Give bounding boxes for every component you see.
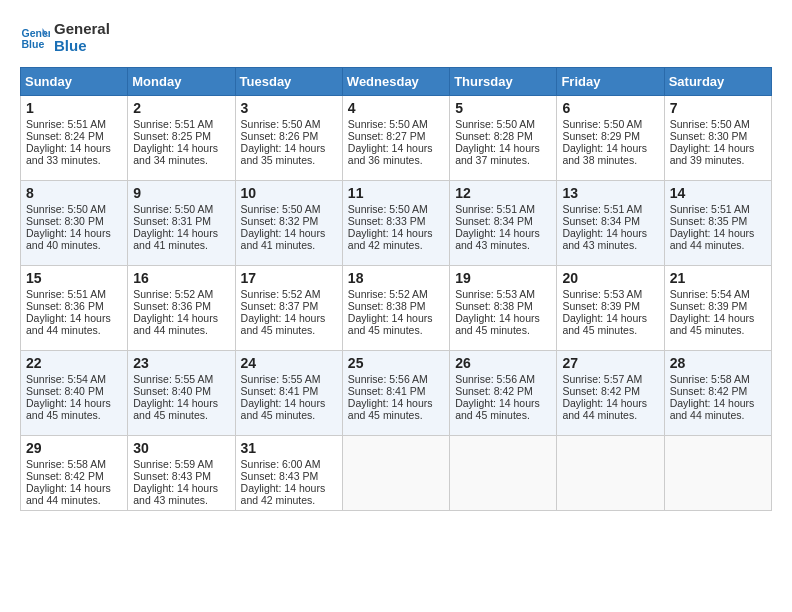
day-header-tuesday: Tuesday (235, 67, 342, 95)
daylight: Daylight: 14 hours and 45 minutes. (348, 397, 433, 421)
daylight: Daylight: 14 hours and 45 minutes. (348, 312, 433, 336)
daylight: Daylight: 14 hours and 44 minutes. (562, 397, 647, 421)
day-number: 13 (562, 185, 658, 201)
sunrise: Sunrise: 5:52 AM (348, 288, 428, 300)
day-number: 16 (133, 270, 229, 286)
calendar-cell: 3Sunrise: 5:50 AMSunset: 8:26 PMDaylight… (235, 95, 342, 180)
sunset: Sunset: 8:29 PM (562, 130, 640, 142)
sunrise: Sunrise: 5:57 AM (562, 373, 642, 385)
sunset: Sunset: 8:41 PM (348, 385, 426, 397)
day-number: 5 (455, 100, 551, 116)
sunset: Sunset: 8:33 PM (348, 215, 426, 227)
calendar-week-2: 8Sunrise: 5:50 AMSunset: 8:30 PMDaylight… (21, 180, 772, 265)
daylight: Daylight: 14 hours and 41 minutes. (241, 227, 326, 251)
sunset: Sunset: 8:42 PM (562, 385, 640, 397)
sunset: Sunset: 8:42 PM (26, 470, 104, 482)
sunset: Sunset: 8:40 PM (26, 385, 104, 397)
calendar-cell (342, 435, 449, 510)
calendar-week-3: 15Sunrise: 5:51 AMSunset: 8:36 PMDayligh… (21, 265, 772, 350)
calendar-cell: 29Sunrise: 5:58 AMSunset: 8:42 PMDayligh… (21, 435, 128, 510)
calendar-cell: 4Sunrise: 5:50 AMSunset: 8:27 PMDaylight… (342, 95, 449, 180)
calendar-cell: 16Sunrise: 5:52 AMSunset: 8:36 PMDayligh… (128, 265, 235, 350)
daylight: Daylight: 14 hours and 37 minutes. (455, 142, 540, 166)
calendar-table: SundayMondayTuesdayWednesdayThursdayFrid… (20, 67, 772, 511)
calendar-cell: 25Sunrise: 5:56 AMSunset: 8:41 PMDayligh… (342, 350, 449, 435)
daylight: Daylight: 14 hours and 44 minutes. (670, 397, 755, 421)
sunrise: Sunrise: 5:53 AM (562, 288, 642, 300)
sunrise: Sunrise: 5:55 AM (133, 373, 213, 385)
sunrise: Sunrise: 5:58 AM (670, 373, 750, 385)
calendar-week-5: 29Sunrise: 5:58 AMSunset: 8:42 PMDayligh… (21, 435, 772, 510)
logo-text: General Blue (54, 20, 110, 55)
sunset: Sunset: 8:39 PM (670, 300, 748, 312)
calendar-cell: 11Sunrise: 5:50 AMSunset: 8:33 PMDayligh… (342, 180, 449, 265)
sunset: Sunset: 8:40 PM (133, 385, 211, 397)
calendar-cell: 23Sunrise: 5:55 AMSunset: 8:40 PMDayligh… (128, 350, 235, 435)
calendar-cell: 7Sunrise: 5:50 AMSunset: 8:30 PMDaylight… (664, 95, 771, 180)
day-header-saturday: Saturday (664, 67, 771, 95)
calendar-cell: 1Sunrise: 5:51 AMSunset: 8:24 PMDaylight… (21, 95, 128, 180)
calendar-cell: 6Sunrise: 5:50 AMSunset: 8:29 PMDaylight… (557, 95, 664, 180)
daylight: Daylight: 14 hours and 35 minutes. (241, 142, 326, 166)
sunrise: Sunrise: 5:50 AM (455, 118, 535, 130)
sunset: Sunset: 8:27 PM (348, 130, 426, 142)
sunset: Sunset: 8:30 PM (26, 215, 104, 227)
sunrise: Sunrise: 5:53 AM (455, 288, 535, 300)
sunset: Sunset: 8:38 PM (348, 300, 426, 312)
calendar-cell: 15Sunrise: 5:51 AMSunset: 8:36 PMDayligh… (21, 265, 128, 350)
sunrise: Sunrise: 5:50 AM (670, 118, 750, 130)
sunset: Sunset: 8:43 PM (133, 470, 211, 482)
sunrise: Sunrise: 5:56 AM (455, 373, 535, 385)
svg-text:Blue: Blue (22, 38, 45, 50)
calendar-cell (450, 435, 557, 510)
day-number: 17 (241, 270, 337, 286)
day-number: 29 (26, 440, 122, 456)
calendar-cell: 24Sunrise: 5:55 AMSunset: 8:41 PMDayligh… (235, 350, 342, 435)
daylight: Daylight: 14 hours and 33 minutes. (26, 142, 111, 166)
sunset: Sunset: 8:35 PM (670, 215, 748, 227)
calendar-cell: 17Sunrise: 5:52 AMSunset: 8:37 PMDayligh… (235, 265, 342, 350)
sunrise: Sunrise: 5:58 AM (26, 458, 106, 470)
day-number: 15 (26, 270, 122, 286)
daylight: Daylight: 14 hours and 45 minutes. (133, 397, 218, 421)
calendar-cell: 13Sunrise: 5:51 AMSunset: 8:34 PMDayligh… (557, 180, 664, 265)
sunset: Sunset: 8:36 PM (133, 300, 211, 312)
day-number: 9 (133, 185, 229, 201)
sunset: Sunset: 8:43 PM (241, 470, 319, 482)
calendar-cell: 18Sunrise: 5:52 AMSunset: 8:38 PMDayligh… (342, 265, 449, 350)
sunset: Sunset: 8:30 PM (670, 130, 748, 142)
daylight: Daylight: 14 hours and 44 minutes. (133, 312, 218, 336)
sunrise: Sunrise: 5:54 AM (670, 288, 750, 300)
calendar-cell: 5Sunrise: 5:50 AMSunset: 8:28 PMDaylight… (450, 95, 557, 180)
daylight: Daylight: 14 hours and 43 minutes. (562, 227, 647, 251)
calendar-cell (664, 435, 771, 510)
day-header-monday: Monday (128, 67, 235, 95)
daylight: Daylight: 14 hours and 40 minutes. (26, 227, 111, 251)
sunset: Sunset: 8:28 PM (455, 130, 533, 142)
calendar-cell: 9Sunrise: 5:50 AMSunset: 8:31 PMDaylight… (128, 180, 235, 265)
sunrise: Sunrise: 5:59 AM (133, 458, 213, 470)
day-number: 31 (241, 440, 337, 456)
daylight: Daylight: 14 hours and 45 minutes. (241, 397, 326, 421)
calendar-header-row: SundayMondayTuesdayWednesdayThursdayFrid… (21, 67, 772, 95)
calendar-body: 1Sunrise: 5:51 AMSunset: 8:24 PMDaylight… (21, 95, 772, 510)
day-number: 10 (241, 185, 337, 201)
day-number: 19 (455, 270, 551, 286)
daylight: Daylight: 14 hours and 39 minutes. (670, 142, 755, 166)
sunrise: Sunrise: 5:50 AM (562, 118, 642, 130)
day-number: 26 (455, 355, 551, 371)
sunset: Sunset: 8:41 PM (241, 385, 319, 397)
daylight: Daylight: 14 hours and 44 minutes. (26, 482, 111, 506)
calendar-cell: 12Sunrise: 5:51 AMSunset: 8:34 PMDayligh… (450, 180, 557, 265)
sunset: Sunset: 8:36 PM (26, 300, 104, 312)
day-number: 7 (670, 100, 766, 116)
sunrise: Sunrise: 5:50 AM (241, 203, 321, 215)
calendar-cell (557, 435, 664, 510)
calendar-cell: 26Sunrise: 5:56 AMSunset: 8:42 PMDayligh… (450, 350, 557, 435)
daylight: Daylight: 14 hours and 44 minutes. (26, 312, 111, 336)
day-number: 30 (133, 440, 229, 456)
day-number: 2 (133, 100, 229, 116)
day-number: 18 (348, 270, 444, 286)
sunset: Sunset: 8:37 PM (241, 300, 319, 312)
daylight: Daylight: 14 hours and 45 minutes. (670, 312, 755, 336)
